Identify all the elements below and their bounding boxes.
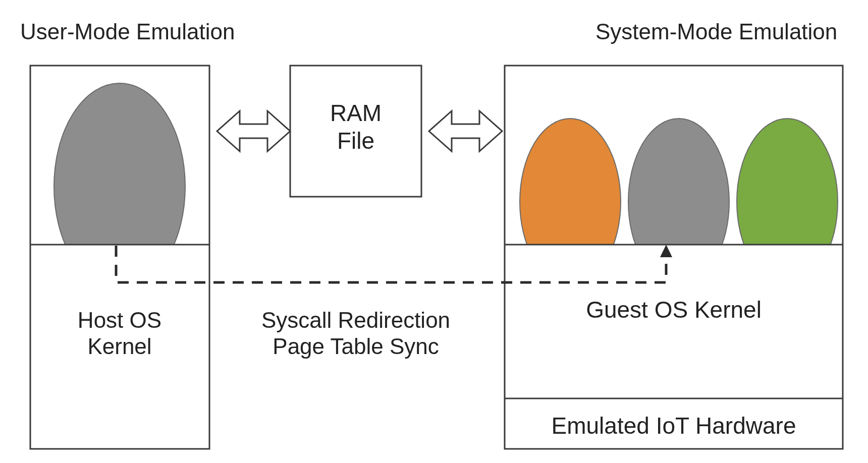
host-os-kernel-label-line1: Host OS [78, 308, 161, 332]
ram-file-box: RAM File [290, 66, 421, 197]
arrow-ram-to-right [429, 111, 502, 151]
syscall-arrowhead-icon [660, 245, 672, 257]
user-mode-box: Host OS Kernel [30, 66, 209, 449]
syscall-redirection-connector [116, 246, 666, 282]
guest-process-ellipse-gray [628, 119, 729, 285]
guest-process-ellipse-green [737, 119, 838, 285]
host-os-kernel-label-line2: Kernel [87, 334, 151, 359]
ram-file-label-line2: File [337, 128, 374, 154]
ram-file-label-line1: RAM [330, 100, 382, 126]
center-label-line1: Syscall Redirection [261, 308, 450, 332]
left-title: User-Mode Emulation [20, 19, 235, 44]
center-label-line2: Page Table Sync [273, 334, 439, 359]
user-mode-process-ellipse [54, 83, 185, 290]
guest-os-kernel-label: Guest OS Kernel [586, 297, 762, 323]
arrow-left-to-ram [217, 111, 290, 151]
system-mode-box: Guest OS Kernel Emulated IoT Hardware [505, 66, 843, 449]
emulated-iot-hardware-label: Emulated IoT Hardware [552, 413, 796, 439]
right-title: System-Mode Emulation [595, 19, 837, 44]
guest-process-ellipse-orange [520, 119, 621, 285]
emulation-architecture-diagram: User-Mode Emulation System-Mode Emulatio… [0, 0, 868, 463]
